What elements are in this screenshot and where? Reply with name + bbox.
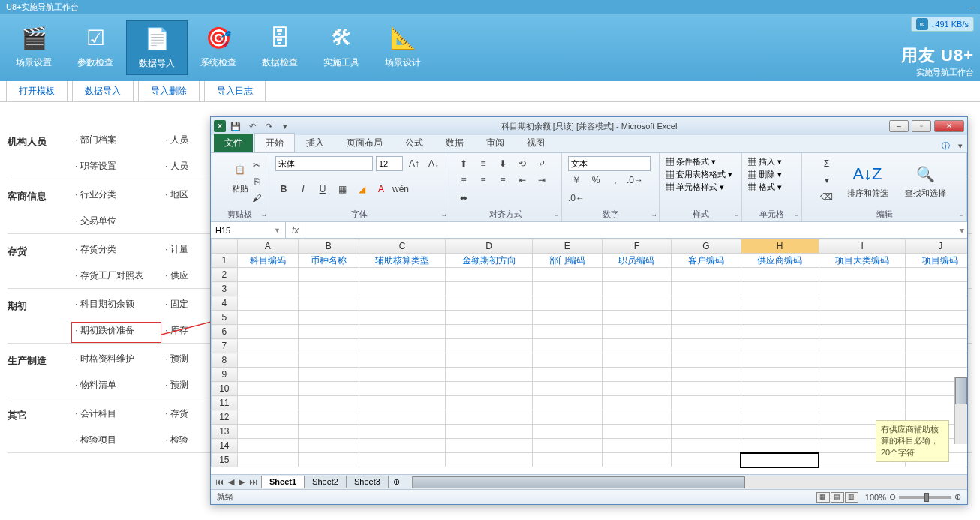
category-link[interactable]: 部门档案	[75, 132, 165, 148]
cell[interactable]	[672, 396, 741, 410]
cell[interactable]	[532, 311, 602, 325]
cell[interactable]	[359, 353, 446, 368]
cell[interactable]	[602, 410, 672, 425]
category-link[interactable]: 存货分类	[75, 242, 165, 257]
cell[interactable]	[741, 453, 819, 467]
row-header[interactable]: 15	[212, 453, 238, 467]
border-button[interactable]: ▦	[334, 182, 350, 197]
row-header[interactable]: 9	[212, 368, 238, 382]
cell[interactable]: 项目编码	[906, 254, 967, 268]
cell[interactable]	[237, 296, 298, 311]
ribbon-tab[interactable]: 数据	[434, 133, 475, 152]
cell[interactable]	[446, 382, 533, 396]
ribbon-file-in[interactable]: 📄数据导入	[126, 20, 188, 75]
format-cells-button[interactable]: ▦ 格式 ▾	[748, 182, 795, 193]
ribbon-checklist[interactable]: ☑参数检查	[65, 20, 126, 75]
cell[interactable]	[237, 396, 298, 410]
cell[interactable]	[298, 368, 359, 382]
formula-input[interactable]	[305, 222, 957, 238]
cell[interactable]	[741, 325, 819, 339]
cell[interactable]	[602, 439, 672, 453]
spreadsheet-grid[interactable]: ABCDEFGHIJK1科目编码币种名称辅助核算类型金额期初方向部门编码职员编码…	[211, 239, 967, 489]
decimal-dec-icon[interactable]: .0←	[568, 191, 585, 206]
sheet-tab[interactable]: Sheet3	[346, 476, 389, 488]
vertical-scrollbar[interactable]	[954, 377, 967, 444]
zoom-in-icon[interactable]: ⊕	[954, 492, 961, 502]
sheet-nav-prev-icon[interactable]: ◀	[227, 477, 236, 487]
cell[interactable]	[741, 368, 819, 382]
phonetic-button[interactable]: wén	[392, 182, 409, 197]
cell[interactable]	[741, 382, 819, 396]
indent-inc-icon[interactable]: ⇥	[534, 173, 550, 188]
cell[interactable]	[602, 339, 672, 353]
conditional-format-button[interactable]: ▦ 条件格式 ▾	[666, 156, 735, 167]
view-layout-icon[interactable]: ▤	[831, 492, 844, 503]
cell[interactable]	[298, 453, 359, 467]
cell[interactable]	[741, 410, 819, 425]
cell[interactable]	[237, 339, 298, 353]
ribbon-tab[interactable]: 审阅	[475, 133, 516, 152]
align-left-icon[interactable]: ≡	[455, 173, 472, 188]
ribbon-tab[interactable]: 公式	[394, 133, 434, 152]
cell[interactable]	[602, 396, 672, 410]
sub-tab[interactable]: 导入删除	[138, 80, 200, 101]
cell[interactable]	[446, 368, 533, 382]
category-link[interactable]: 交易单位	[75, 213, 165, 229]
row-header[interactable]: 4	[212, 296, 238, 311]
cell[interactable]	[819, 396, 906, 410]
row-header[interactable]: 5	[212, 311, 238, 325]
sheet-nav-last-icon[interactable]: ⏭	[248, 477, 259, 487]
align-top-icon[interactable]: ⬆	[455, 156, 472, 171]
row-header[interactable]: 3	[212, 282, 238, 296]
underline-button[interactable]: U	[314, 182, 331, 197]
cell[interactable]	[298, 311, 359, 325]
cell[interactable]	[532, 339, 602, 353]
cell[interactable]: 供应商编码	[741, 254, 819, 268]
cell[interactable]	[602, 311, 672, 325]
fill-icon[interactable]: ▾	[819, 173, 835, 188]
row-header[interactable]: 12	[212, 410, 238, 425]
col-header[interactable]: J	[906, 239, 967, 254]
cell[interactable]	[602, 325, 672, 339]
qat-dropdown-icon[interactable]: ▾	[278, 119, 292, 133]
row-header[interactable]: 10	[212, 382, 238, 396]
cell[interactable]	[741, 282, 819, 296]
cell[interactable]	[532, 396, 602, 410]
align-middle-icon[interactable]: ≡	[475, 156, 492, 171]
col-header[interactable]: C	[359, 239, 446, 254]
cell[interactable]: 辅助核算类型	[359, 254, 446, 268]
cell[interactable]	[446, 425, 533, 439]
delete-cells-button[interactable]: ▦ 删除 ▾	[748, 169, 795, 180]
insert-cells-button[interactable]: ▦ 插入 ▾	[748, 156, 795, 167]
cell[interactable]	[672, 353, 741, 368]
cell[interactable]	[672, 268, 741, 282]
cell[interactable]	[446, 325, 533, 339]
autosum-icon[interactable]: Σ	[819, 156, 835, 171]
ribbon-db-check[interactable]: 🗄数据检查	[249, 20, 311, 75]
row-header[interactable]: 6	[212, 325, 238, 339]
cell[interactable]	[819, 382, 906, 396]
ribbon-tab[interactable]: 页面布局	[335, 133, 394, 152]
cell[interactable]	[602, 453, 672, 467]
cell[interactable]	[672, 410, 741, 425]
category-link[interactable]: 时格资料维护	[75, 351, 165, 367]
col-header[interactable]: F	[602, 239, 672, 254]
cell[interactable]	[359, 325, 446, 339]
col-header[interactable]: H	[741, 239, 819, 254]
row-header[interactable]: 8	[212, 353, 238, 368]
cell[interactable]	[532, 382, 602, 396]
cell[interactable]	[298, 353, 359, 368]
cell[interactable]	[819, 339, 906, 353]
cell[interactable]	[532, 453, 602, 467]
cell[interactable]	[359, 339, 446, 353]
wrap-text-button[interactable]: ⤶	[534, 156, 550, 171]
cell[interactable]	[298, 439, 359, 453]
font-size-select[interactable]	[376, 156, 403, 171]
cell[interactable]	[237, 410, 298, 425]
cell[interactable]	[819, 282, 906, 296]
cell[interactable]	[741, 396, 819, 410]
new-sheet-icon[interactable]: ⊕	[389, 477, 404, 487]
cell[interactable]	[741, 353, 819, 368]
name-box[interactable]: H15▼	[211, 222, 286, 238]
cell[interactable]	[446, 339, 533, 353]
